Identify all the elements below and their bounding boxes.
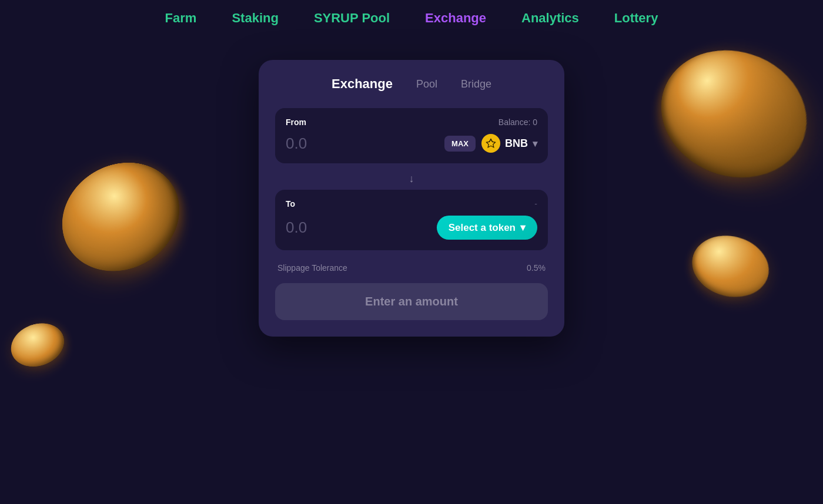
from-amount: 0.0 xyxy=(286,135,307,153)
from-balance: Balance: 0 xyxy=(499,117,537,127)
tab-exchange[interactable]: Exchange xyxy=(332,76,393,92)
select-token-button[interactable]: Select a token ▾ xyxy=(437,216,537,240)
tab-bridge[interactable]: Bridge xyxy=(461,78,491,90)
bnb-icon xyxy=(481,134,500,153)
to-section: To - 0.0 Select a token ▾ xyxy=(275,190,548,250)
nav-item-farm[interactable]: Farm xyxy=(165,11,197,26)
nav-item-syrup-pool[interactable]: SYRUP Pool xyxy=(314,11,390,26)
nav-item-exchange[interactable]: Exchange xyxy=(425,11,486,26)
select-token-chevron-icon: ▾ xyxy=(520,221,526,234)
nav-item-analytics[interactable]: Analytics xyxy=(521,11,579,26)
main-content: Exchange Pool Bridge From Balance: 0 0.0… xyxy=(0,36,823,337)
slippage-row: Slippage Tolerance 0.5% xyxy=(275,255,548,281)
slippage-label: Slippage Tolerance xyxy=(277,263,347,273)
nav-item-lottery[interactable]: Lottery xyxy=(614,11,658,26)
slippage-value: 0.5% xyxy=(527,263,546,273)
swap-arrow[interactable]: ↓ xyxy=(275,168,548,190)
tab-pool[interactable]: Pool xyxy=(416,78,437,90)
card-tabs: Exchange Pool Bridge xyxy=(275,76,548,92)
bnb-label: BNB xyxy=(505,137,528,150)
from-token-controls: MAX BNB ▾ xyxy=(444,134,537,153)
to-row: 0.0 Select a token ▾ xyxy=(286,216,537,240)
exchange-card: Exchange Pool Bridge From Balance: 0 0.0… xyxy=(259,60,564,337)
select-token-label: Select a token xyxy=(449,222,516,234)
max-button[interactable]: MAX xyxy=(444,136,476,152)
from-section: From Balance: 0 0.0 MAX BNB xyxy=(275,108,548,163)
to-amount: 0.0 xyxy=(286,219,307,237)
nav-item-staking[interactable]: Staking xyxy=(232,11,278,26)
to-header: To - xyxy=(286,199,537,209)
enter-amount-button[interactable]: Enter an amount xyxy=(275,283,548,320)
to-label: To xyxy=(286,199,295,209)
from-row: 0.0 MAX BNB ▾ xyxy=(286,134,537,153)
bnb-token-selector[interactable]: BNB ▾ xyxy=(481,134,537,153)
down-arrow-icon: ↓ xyxy=(409,173,414,185)
main-nav: Farm Staking SYRUP Pool Exchange Analyti… xyxy=(0,0,823,36)
from-label: From xyxy=(286,117,306,127)
to-dash: - xyxy=(534,199,537,209)
bnb-chevron-icon: ▾ xyxy=(533,138,537,149)
from-header: From Balance: 0 xyxy=(286,117,537,127)
